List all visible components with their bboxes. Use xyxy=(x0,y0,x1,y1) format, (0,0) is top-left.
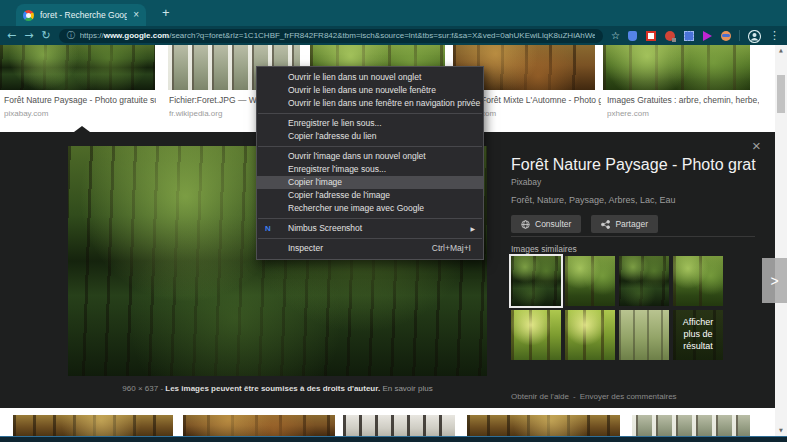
page-info-icon[interactable]: ⓘ xyxy=(67,32,75,40)
similar-images-grid: Afficher plus de résultat xyxy=(511,256,723,360)
image-source: Pixabay xyxy=(511,177,756,187)
image-tags: Forêt, Nature, Paysage, Arbres, Lac, Eau xyxy=(511,195,756,205)
globe-icon xyxy=(521,220,530,229)
menu-item-copy-link-address[interactable]: Copier l'adresse du lien xyxy=(257,130,483,143)
menu-shortcut: Ctrl+Maj+I xyxy=(432,242,471,255)
blue-shield-extension-icon[interactable] xyxy=(628,31,637,41)
menu-item-open-image-new-tab[interactable]: Ouvrir l'image dans un nouvel onglet xyxy=(257,150,483,163)
result-domain: pixabay.com xyxy=(4,109,156,118)
result-thumbnail[interactable] xyxy=(183,415,335,437)
result-domain: pxhere.com xyxy=(607,109,759,118)
next-image-chevron[interactable]: > xyxy=(762,258,787,303)
orange-circle-extension-icon[interactable] xyxy=(721,31,731,41)
profile-avatar-icon[interactable] xyxy=(748,29,761,42)
forward-icon[interactable]: → xyxy=(24,30,33,41)
tab-strip: foret - Recherche Google × + xyxy=(0,0,787,26)
panel-footer: Obtenir de l'aide-Envoyer des commentair… xyxy=(511,392,681,401)
menu-item-inspect[interactable]: Inspecter Ctrl+Maj+I xyxy=(257,242,483,255)
panel-pointer xyxy=(74,126,90,132)
browser-tab[interactable]: foret - Recherche Google × xyxy=(16,4,146,26)
result-caption[interactable]: Forêt Mixte L'Automne - Photo gra… com xyxy=(481,95,601,118)
result-title[interactable]: Images Gratuites : arbre, chemin, herbe,… xyxy=(607,95,759,105)
result-thumbnail[interactable] xyxy=(632,415,750,437)
new-tab-button[interactable]: + xyxy=(162,5,170,20)
menu-item-copy-image-address[interactable]: Copier l'adresse de l'image xyxy=(257,189,483,202)
page-content: Forêt Nature Paysage - Photo gratuite su… xyxy=(0,45,787,442)
show-more-results-tile[interactable]: Afficher plus de résultat xyxy=(673,310,723,360)
scrollbar-thumb[interactable] xyxy=(777,75,785,113)
back-icon[interactable]: ← xyxy=(7,30,16,41)
purple-play-extension-icon[interactable] xyxy=(703,31,712,41)
image-size-line: 960 × 637 - Les images peuvent être soum… xyxy=(68,384,487,393)
url-bar[interactable]: ⓘ https://www.google.com/search?q=foret&… xyxy=(59,29,603,43)
bookmark-star-icon[interactable]: ☆ xyxy=(611,31,620,41)
menu-item-search-image-google[interactable]: Rechercher une image avec Google xyxy=(257,202,483,215)
nimbus-icon: N xyxy=(265,222,271,235)
menu-item-open-link-incognito[interactable]: Ouvrir le lien dans une fenêtre en navig… xyxy=(257,97,483,110)
context-menu: Ouvrir le lien dans un nouvel onglet Ouv… xyxy=(256,66,484,260)
red-circle-extension-icon[interactable] xyxy=(665,31,675,41)
similar-image[interactable] xyxy=(673,256,723,306)
google-favicon-icon xyxy=(23,10,34,21)
url-scheme: https:// xyxy=(80,31,104,40)
visit-button[interactable]: Consulter xyxy=(511,215,581,233)
detail-divider xyxy=(511,236,755,237)
result-title[interactable]: Forêt Nature Paysage - Photo gratuite su… xyxy=(4,95,156,105)
menu-item-open-link-new-window[interactable]: Ouvrir le lien dans une nouvelle fenêtre xyxy=(257,84,483,97)
share-button[interactable]: Partager xyxy=(591,215,658,233)
result-thumbnail[interactable] xyxy=(343,415,455,437)
menu-separator xyxy=(258,146,482,147)
url-text: https://www.google.com/search?q=foret&rl… xyxy=(80,31,595,40)
copyright-notice: Les images peuvent être soumises à des d… xyxy=(165,384,380,393)
similar-image[interactable] xyxy=(565,310,615,360)
red-box-extension-icon[interactable] xyxy=(646,31,656,41)
url-domain: www.google.com xyxy=(104,31,169,40)
help-link[interactable]: Obtenir de l'aide xyxy=(511,392,569,401)
page-scrollbar[interactable]: ▲ ▼ xyxy=(775,45,787,442)
browser-toolbar: ← → ↻ ⓘ https://www.google.com/search?q=… xyxy=(0,26,787,45)
share-icon xyxy=(601,220,610,229)
result-thumbnail[interactable] xyxy=(0,45,155,90)
result-caption[interactable]: Images Gratuites : arbre, chemin, herbe,… xyxy=(607,95,759,118)
feedback-link[interactable]: Envoyer des commentaires xyxy=(580,392,677,401)
result-domain: com xyxy=(481,109,601,118)
browser-window: foret - Recherche Google × + ← → ↻ ⓘ htt… xyxy=(0,0,787,442)
similar-image-selected[interactable] xyxy=(511,256,561,306)
menu-separator xyxy=(258,238,482,239)
learn-more-link[interactable]: En savoir plus xyxy=(382,384,432,393)
scroll-down-icon[interactable]: ▼ xyxy=(775,426,787,434)
menu-item-nimbus-screenshot[interactable]: N Nimbus Screenshot ▶ xyxy=(257,222,483,235)
action-buttons: Consulter Partager xyxy=(511,215,756,233)
image-title[interactable]: Forêt Nature Paysage - Photo gratuit… xyxy=(511,156,756,174)
window-bottom-edge xyxy=(0,436,787,442)
image-detail: Forêt Nature Paysage - Photo gratuit… Pi… xyxy=(511,156,756,233)
menu-item-copy-image[interactable]: Copier l'image xyxy=(257,176,483,189)
menu-item-save-link-as[interactable]: Enregistrer le lien sous... xyxy=(257,117,483,130)
result-thumbnail[interactable] xyxy=(467,415,620,437)
menu-separator xyxy=(258,113,482,114)
blue-square-extension-icon[interactable] xyxy=(684,31,694,41)
similar-image[interactable] xyxy=(565,256,615,306)
tab-title: foret - Recherche Google xyxy=(40,10,127,20)
reload-icon[interactable]: ↻ xyxy=(41,30,50,41)
submenu-arrow-icon: ▶ xyxy=(470,222,475,235)
toolbar-divider xyxy=(739,30,740,41)
menu-item-save-image-as[interactable]: Enregistrer l'image sous... xyxy=(257,163,483,176)
url-path: /search?q=foret&rlz=1C1CHBF_frFR842FR842… xyxy=(169,31,595,40)
result-thumbnail[interactable] xyxy=(13,415,173,437)
tab-close-icon[interactable]: × xyxy=(133,10,139,20)
scroll-up-icon[interactable]: ▲ xyxy=(775,46,787,54)
result-title[interactable]: Forêt Mixte L'Automne - Photo gra… xyxy=(481,95,601,105)
close-panel-icon[interactable]: × xyxy=(752,138,761,153)
similar-images-label: Images similaires xyxy=(511,244,577,254)
similar-image[interactable] xyxy=(511,310,561,360)
menu-separator xyxy=(258,218,482,219)
extension-icons xyxy=(628,31,731,41)
similar-image[interactable] xyxy=(619,256,669,306)
similar-image[interactable] xyxy=(619,310,669,360)
result-caption[interactable]: Forêt Nature Paysage - Photo gratuite su… xyxy=(4,95,156,118)
menu-item-open-link-new-tab[interactable]: Ouvrir le lien dans un nouvel onglet xyxy=(257,71,483,84)
result-thumbnail[interactable] xyxy=(603,45,750,90)
image-dimensions: 960 × 637 xyxy=(122,384,158,393)
browser-menu-icon[interactable]: ⋮ xyxy=(769,30,780,41)
